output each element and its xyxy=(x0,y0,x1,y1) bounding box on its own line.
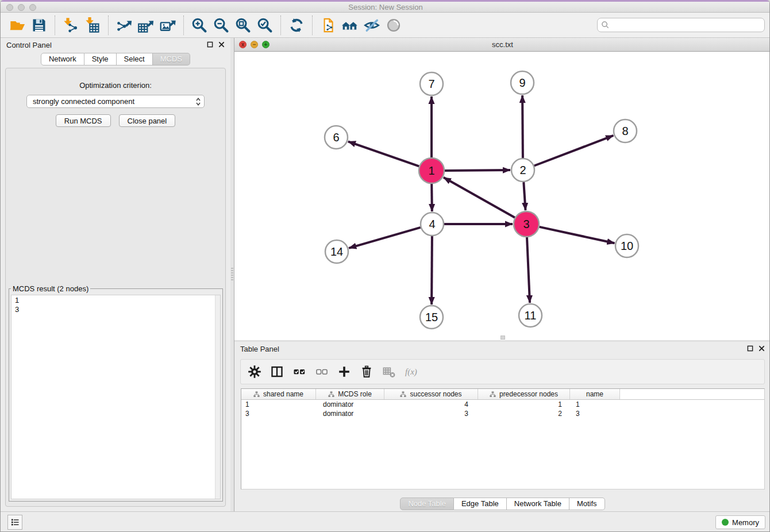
criterion-dropdown[interactable]: strongly connected component xyxy=(26,95,205,108)
add-button[interactable] xyxy=(335,363,353,381)
network-close-button[interactable]: x xyxy=(239,41,247,48)
search-input[interactable] xyxy=(612,20,761,30)
export-table-button[interactable] xyxy=(135,15,157,36)
splitter-handle[interactable] xyxy=(231,268,233,280)
split-view-icon xyxy=(270,365,284,379)
refresh-button[interactable] xyxy=(286,15,307,36)
graph-edge-2-3[interactable] xyxy=(523,182,525,210)
table-cell[interactable]: 3 xyxy=(570,409,620,418)
graph-node-6[interactable]: 6 xyxy=(325,126,348,149)
graph-node-14[interactable]: 14 xyxy=(325,240,348,263)
close-panel-button[interactable]: Close panel xyxy=(119,114,176,127)
table-cell[interactable]: 3 xyxy=(384,409,478,418)
float-panel-icon[interactable] xyxy=(207,41,213,48)
tab-edge-table[interactable]: Edge Table xyxy=(454,498,507,510)
export-network-button[interactable] xyxy=(113,15,135,36)
graph-node-9[interactable]: 9 xyxy=(511,71,534,94)
column-header-name[interactable]: name xyxy=(570,389,620,399)
graph-edge-2-9[interactable] xyxy=(522,95,523,158)
graph-node-8[interactable]: 8 xyxy=(614,119,637,142)
table-cell[interactable]: 1 xyxy=(570,400,620,409)
import-table-icon xyxy=(84,17,101,33)
delete-button[interactable] xyxy=(357,363,376,381)
tab-select[interactable]: Select xyxy=(117,53,153,65)
home-button[interactable] xyxy=(339,15,361,36)
node-label: 3 xyxy=(523,218,529,230)
mcds-result-title: MCDS result (2 nodes) xyxy=(11,284,90,293)
mcds-result-list[interactable]: 13 xyxy=(11,295,220,314)
table-cell[interactable]: 2 xyxy=(478,409,570,418)
zoom-in-button[interactable] xyxy=(188,15,210,36)
open-folder-button[interactable] xyxy=(6,15,28,36)
graph-node-3[interactable]: 3 xyxy=(514,211,539,237)
zoom-out-button[interactable] xyxy=(210,15,232,36)
tab-mcds[interactable]: MCDS xyxy=(153,53,190,65)
graph-node-7[interactable]: 7 xyxy=(420,72,443,95)
graph-node-4[interactable]: 4 xyxy=(421,213,444,236)
table-cell[interactable]: 1 xyxy=(478,400,570,409)
hide-eye-button[interactable] xyxy=(361,15,383,36)
graph-node-11[interactable]: 11 xyxy=(519,304,542,327)
duplicate-network-button[interactable] xyxy=(317,15,339,36)
table-cell[interactable]: 3 xyxy=(241,409,316,418)
zoom-selected-button[interactable] xyxy=(254,15,276,36)
graph-edge-3-10[interactable] xyxy=(540,227,615,243)
column-header-successor-nodes[interactable]: successor nodes xyxy=(384,389,478,399)
table-body: 1dominator4113dominator323 xyxy=(241,400,764,418)
tab-node-table[interactable]: Node Table xyxy=(400,498,454,510)
canvas-scroll-nub[interactable] xyxy=(500,336,505,340)
column-header-predecessor-nodes[interactable]: predecessor nodes xyxy=(478,389,570,399)
close-panel-icon[interactable] xyxy=(218,41,225,48)
graph-edge-4-15[interactable] xyxy=(432,236,432,304)
close-table-panel-icon[interactable] xyxy=(759,345,765,352)
deselect-all-button[interactable] xyxy=(313,363,331,381)
export-image-button[interactable] xyxy=(157,15,179,36)
column-header-MCDS-role[interactable]: MCDS role xyxy=(316,389,384,399)
table-cell[interactable]: 4 xyxy=(384,400,478,409)
table-header-row: shared nameMCDS rolesuccessor nodesprede… xyxy=(241,389,764,400)
graph-node-15[interactable]: 15 xyxy=(420,306,443,329)
node-label: 8 xyxy=(622,125,628,137)
graph-node-1[interactable]: 1 xyxy=(419,158,444,183)
network-zoom-button[interactable]: + xyxy=(262,41,270,48)
column-header-shared-name[interactable]: shared name xyxy=(241,389,316,399)
tab-style[interactable]: Style xyxy=(84,53,117,65)
graph-node-10[interactable]: 10 xyxy=(615,234,638,257)
zoom-fit-button[interactable] xyxy=(232,15,254,36)
tab-network-table[interactable]: Network Table xyxy=(507,498,569,510)
graph-edge-1-6[interactable] xyxy=(348,141,419,166)
float-table-panel-icon[interactable] xyxy=(747,345,753,352)
network-graph[interactable]: 7968124314101511 xyxy=(234,52,770,340)
graph-edge-1-4[interactable] xyxy=(432,184,432,211)
graph-node-2[interactable]: 2 xyxy=(511,159,534,182)
graph-edge-3-11[interactable] xyxy=(527,237,530,303)
search-box[interactable] xyxy=(597,18,765,32)
network-minimize-button[interactable]: – xyxy=(251,41,258,48)
graph-edge-4-14[interactable] xyxy=(349,228,421,248)
tab-network[interactable]: Network xyxy=(41,53,84,65)
import-network-button[interactable] xyxy=(60,15,82,36)
save-button[interactable] xyxy=(28,15,50,36)
table-cell[interactable]: dominator xyxy=(316,409,384,418)
tab-motifs[interactable]: Motifs xyxy=(569,498,605,510)
vertical-splitter[interactable] xyxy=(230,38,234,511)
mcds-result-scrollbar[interactable] xyxy=(215,295,220,499)
table-row[interactable]: 3dominator323 xyxy=(241,409,764,418)
table-row[interactable]: 1dominator411 xyxy=(241,400,764,409)
network-canvas[interactable]: 7968124314101511 xyxy=(234,52,770,340)
toolbar-separator xyxy=(280,16,281,35)
graph-edge-1-2[interactable] xyxy=(445,170,510,171)
gear-button[interactable] xyxy=(245,363,264,381)
select-all-button[interactable] xyxy=(290,363,309,381)
table-cell[interactable]: dominator xyxy=(316,400,384,409)
table-cell[interactable]: 1 xyxy=(241,400,316,409)
graph-edge-2-8[interactable] xyxy=(534,136,614,166)
mcds-result-item: 1 xyxy=(15,296,220,305)
run-mcds-button[interactable]: Run MCDS xyxy=(56,114,111,127)
graph-edge-3-1[interactable] xyxy=(444,178,515,218)
split-view-button[interactable] xyxy=(268,363,286,381)
panel-toggle-button[interactable] xyxy=(7,515,22,530)
memory-status-icon xyxy=(722,519,729,526)
import-table-button[interactable] xyxy=(82,15,103,36)
memory-button[interactable]: Memory xyxy=(715,515,765,529)
